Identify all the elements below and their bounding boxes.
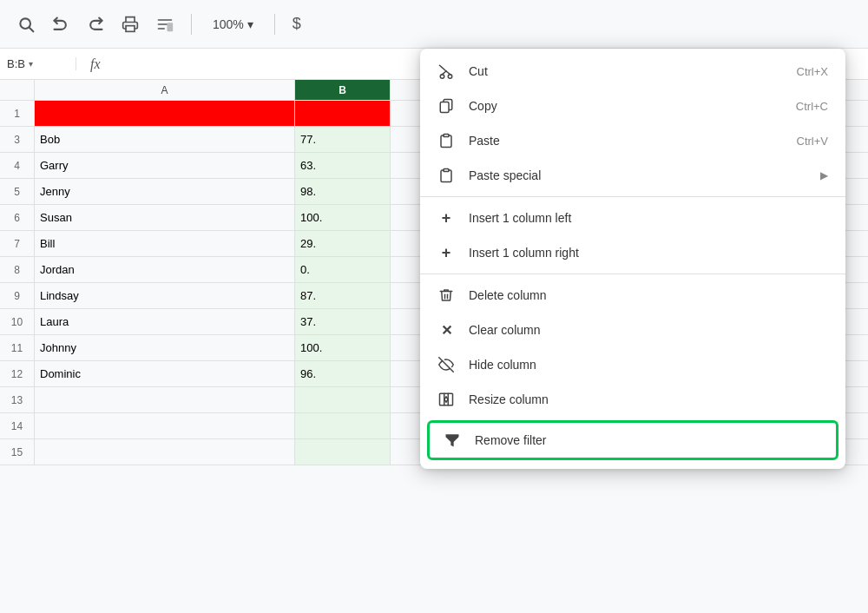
cell-b1[interactable] — [295, 101, 391, 126]
row-num-header — [0, 80, 35, 100]
menu-item-paste[interactable]: Paste Ctrl+V — [420, 123, 845, 158]
hide-column-label: Hide column — [469, 358, 828, 372]
paste-shortcut: Ctrl+V — [797, 135, 828, 148]
cell-a4[interactable]: Garry — [35, 153, 295, 178]
row-number: 11 — [0, 335, 35, 360]
cell-a10[interactable]: Laura — [35, 309, 295, 334]
menu-item-cut[interactable]: Cut Ctrl+X — [420, 54, 845, 89]
cell-a15[interactable] — [35, 439, 295, 465]
paste-special-icon — [437, 167, 455, 184]
column-header-a[interactable]: A — [35, 80, 295, 100]
cell-a5[interactable]: Jenny — [35, 179, 295, 204]
cell-a12[interactable]: Dominic — [35, 361, 295, 386]
search-icon[interactable] — [14, 12, 38, 36]
row-number: 15 — [0, 439, 35, 465]
insert-col-right-label: Insert 1 column right — [469, 246, 828, 260]
menu-item-hide-column[interactable]: Hide column — [420, 347, 845, 382]
row-number: 14 — [0, 413, 35, 438]
paste-icon — [437, 132, 455, 149]
redo-icon[interactable] — [83, 12, 108, 36]
column-header-b[interactable]: B — [295, 80, 391, 100]
menu-item-delete-column[interactable]: Delete column — [420, 278, 845, 313]
insert-col-left-icon: + — [437, 209, 455, 227]
cell-a11[interactable]: Johnny — [35, 335, 295, 360]
paste-special-arrow: ▶ — [820, 169, 828, 181]
row-number: 3 — [0, 127, 35, 152]
cell-a8[interactable]: Jordan — [35, 257, 295, 282]
menu-item-remove-filter[interactable]: Remove filter — [427, 420, 838, 460]
cell-b14[interactable] — [295, 413, 391, 438]
cut-icon — [437, 63, 455, 80]
paste-special-label: Paste special — [469, 168, 806, 182]
row-number: 10 — [0, 309, 35, 334]
cell-b15[interactable] — [295, 439, 391, 465]
svg-rect-11 — [444, 135, 449, 137]
menu-item-insert-col-right[interactable]: + Insert 1 column right — [420, 235, 845, 270]
cell-b3[interactable]: 77. — [295, 127, 391, 152]
cell-a7[interactable]: Bill — [35, 231, 295, 256]
cell-b11[interactable]: 100. — [295, 335, 391, 360]
row-number: 6 — [0, 205, 35, 230]
insert-col-right-icon: + — [437, 244, 455, 261]
undo-icon[interactable] — [49, 12, 73, 36]
svg-line-7 — [446, 71, 450, 75]
row-number: 7 — [0, 231, 35, 256]
cell-ref-dropdown[interactable]: ▾ — [29, 59, 33, 69]
cell-a14[interactable] — [35, 413, 295, 438]
toolbar: 100% ▾ $ — [0, 0, 868, 49]
copy-shortcut: Ctrl+C — [796, 100, 828, 113]
print-icon[interactable] — [118, 12, 142, 36]
remove-filter-label: Remove filter — [475, 433, 822, 447]
resize-column-label: Resize column — [469, 392, 828, 406]
cell-a6[interactable]: Susan — [35, 205, 295, 230]
menu-item-resize-column[interactable]: Resize column — [420, 382, 845, 417]
cell-ref-value: B:B — [7, 57, 25, 70]
clear-column-label: Clear column — [469, 323, 828, 337]
cell-b13[interactable] — [295, 387, 391, 412]
svg-rect-10 — [440, 102, 449, 113]
clear-column-icon: ✕ — [437, 321, 455, 339]
cell-a13[interactable] — [35, 387, 295, 412]
menu-item-copy[interactable]: Copy Ctrl+C — [420, 89, 845, 123]
zoom-dropdown-icon: ▾ — [247, 17, 253, 31]
delete-column-icon — [437, 287, 455, 304]
currency-icon[interactable]: $ — [289, 11, 305, 36]
cell-b12[interactable]: 96. — [295, 361, 391, 386]
cut-label: Cut — [469, 64, 783, 78]
svg-rect-14 — [440, 393, 453, 405]
delete-column-label: Delete column — [469, 288, 828, 302]
toolbar-separator-1 — [191, 14, 192, 35]
cell-b10[interactable]: 37. — [295, 309, 391, 334]
cell-a9[interactable]: Lindsay — [35, 283, 295, 308]
cell-b4[interactable]: 63. — [295, 153, 391, 178]
cell-b5[interactable]: 98. — [295, 179, 391, 204]
cell-a1[interactable]: Unfiltered Data — [35, 101, 295, 126]
cell-b8[interactable]: 0. — [295, 257, 391, 282]
svg-line-1 — [30, 27, 34, 31]
row-number: 5 — [0, 179, 35, 204]
row-number: 12 — [0, 361, 35, 386]
cell-reference[interactable]: B:B ▾ — [7, 57, 76, 70]
row-number: 4 — [0, 153, 35, 178]
cell-a3[interactable]: Bob — [35, 127, 295, 152]
cell-b6[interactable]: 100. — [295, 205, 391, 230]
zoom-control[interactable]: 100% ▾ — [206, 14, 260, 35]
row-number: 9 — [0, 283, 35, 308]
copy-icon — [437, 97, 455, 115]
context-menu: Cut Ctrl+X Copy Ctrl+C Paste Ctrl+V — [420, 49, 845, 469]
cell-b7[interactable]: 29. — [295, 231, 391, 256]
menu-item-insert-col-left[interactable]: + Insert 1 column left — [420, 201, 845, 235]
resize-column-icon — [437, 391, 455, 408]
svg-line-8 — [440, 65, 447, 71]
copy-label: Copy — [469, 99, 782, 113]
svg-rect-12 — [444, 169, 449, 172]
menu-item-paste-special[interactable]: Paste special ▶ — [420, 158, 845, 193]
toolbar-separator-2 — [274, 14, 275, 35]
hide-column-icon — [437, 356, 455, 373]
cell-b9[interactable]: 87. — [295, 283, 391, 308]
formula-fx-icon: fx — [83, 56, 108, 72]
insert-col-left-label: Insert 1 column left — [469, 211, 828, 225]
copy-format-icon[interactable] — [153, 12, 177, 36]
cell-value: Unfiltered Data — [40, 103, 163, 123]
menu-item-clear-column[interactable]: ✕ Clear column — [420, 313, 845, 347]
